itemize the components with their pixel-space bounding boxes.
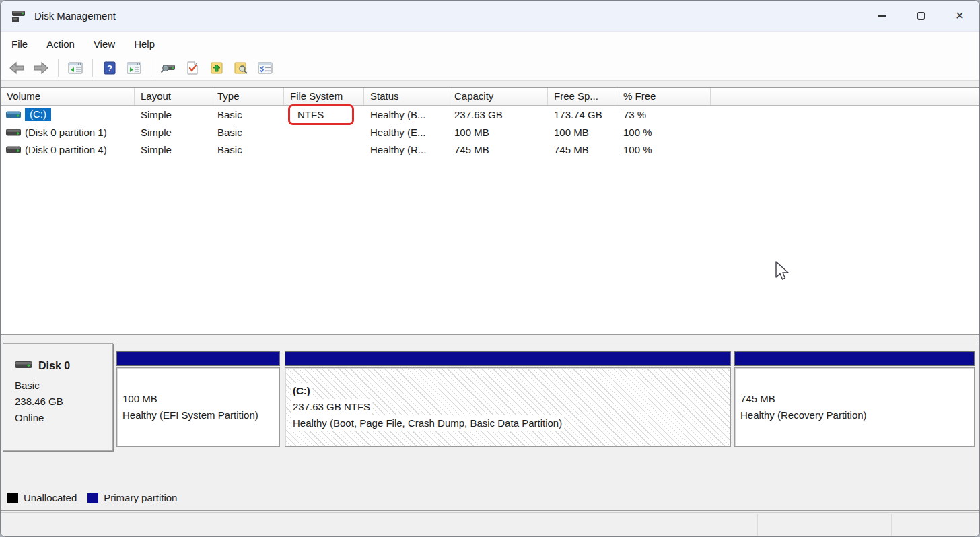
console-tree-icon bbox=[68, 62, 83, 74]
cell-layout: Simple bbox=[135, 127, 211, 138]
volume-name: (Disk 0 partition 1) bbox=[25, 127, 107, 138]
column-header-capacity[interactable]: Capacity bbox=[448, 88, 548, 105]
folder-up-icon bbox=[210, 61, 223, 75]
action-pane-icon bbox=[127, 62, 141, 74]
back-arrow-icon bbox=[9, 61, 25, 75]
legend-label: Unallocated bbox=[24, 492, 77, 503]
partition-label: (C:) bbox=[291, 383, 312, 399]
forward-button[interactable] bbox=[30, 58, 52, 78]
table-row-partition1[interactable]: (Disk 0 partition 1) Simple Basic Health… bbox=[1, 123, 979, 141]
volume-disk-icon bbox=[6, 145, 21, 154]
legend-primary-partition: Primary partition bbox=[88, 492, 177, 503]
table-row-c[interactable]: (C:) Simple Basic NTFS Healthy (B... 237… bbox=[1, 106, 979, 123]
table-row-partition4[interactable]: (Disk 0 partition 4) Simple Basic Health… bbox=[1, 141, 979, 158]
cell-file-system: NTFS bbox=[284, 104, 364, 125]
cell-pct-free: 73 % bbox=[617, 109, 711, 120]
volume-table-header: Volume Layout Type File System Status Ca… bbox=[1, 88, 979, 106]
disk-name: Disk 0 bbox=[38, 360, 70, 372]
rescan-disks-icon bbox=[160, 61, 176, 75]
disk-management-window: Disk Management ✕ File Action View Help bbox=[0, 0, 980, 537]
column-header-pct-free[interactable]: % Free bbox=[617, 88, 711, 105]
status-bar bbox=[1, 512, 979, 537]
partition-color-bar bbox=[285, 351, 731, 366]
cell-status: Healthy (E... bbox=[364, 127, 448, 138]
show-console-tree-button[interactable] bbox=[65, 58, 86, 78]
menu-file[interactable]: File bbox=[11, 38, 28, 50]
toolbar-separator bbox=[92, 59, 93, 77]
cell-pct-free: 100 % bbox=[617, 144, 711, 155]
menu-help[interactable]: Help bbox=[134, 38, 155, 50]
unallocated-swatch bbox=[7, 493, 18, 503]
window-controls: ✕ bbox=[862, 1, 979, 31]
partition-color-bar bbox=[116, 351, 280, 366]
volume-name: (Disk 0 partition 4) bbox=[25, 144, 107, 155]
legend-unallocated: Unallocated bbox=[7, 492, 77, 503]
statusbar-separator bbox=[891, 514, 892, 536]
column-header-filler bbox=[711, 88, 979, 105]
cell-capacity: 745 MB bbox=[448, 144, 548, 155]
column-header-volume[interactable]: Volume bbox=[1, 88, 135, 105]
menu-bar: File Action View Help bbox=[1, 32, 979, 56]
menu-action[interactable]: Action bbox=[46, 38, 75, 50]
cell-type: Basic bbox=[211, 127, 284, 138]
show-action-pane-button[interactable] bbox=[123, 58, 145, 78]
column-header-file-system[interactable]: File System bbox=[284, 88, 364, 105]
close-icon: ✕ bbox=[955, 11, 964, 22]
title-bar: Disk Management ✕ bbox=[1, 1, 979, 32]
partition-strip: 100 MB Healthy (EFI System Partition) (C… bbox=[116, 351, 975, 449]
menu-view[interactable]: View bbox=[94, 38, 115, 50]
checklist-icon bbox=[258, 62, 273, 74]
column-header-type[interactable]: Type bbox=[211, 88, 284, 105]
volume-disk-icon bbox=[6, 110, 21, 119]
minimize-icon bbox=[878, 15, 886, 17]
volume-disk-icon bbox=[6, 128, 21, 137]
statusbar-separator bbox=[757, 514, 758, 536]
window-title: Disk Management bbox=[34, 10, 116, 22]
maximize-icon bbox=[917, 12, 925, 20]
folder-up-button[interactable] bbox=[206, 58, 228, 78]
toolbar: ? bbox=[1, 56, 979, 81]
cell-capacity: 100 MB bbox=[448, 127, 548, 138]
help-icon: ? bbox=[104, 61, 116, 75]
cell-status: Healthy (R... bbox=[364, 144, 448, 155]
partition-c-drive[interactable]: (C:) 237.63 GB NTFS Healthy (Boot, Page … bbox=[285, 351, 731, 449]
cell-status: Healthy (B... bbox=[364, 109, 448, 120]
disk-icon bbox=[15, 360, 32, 372]
disk0-info-panel[interactable]: Disk 0 Basic 238.46 GB Online bbox=[3, 343, 113, 451]
cell-free-space: 173.74 GB bbox=[548, 109, 617, 120]
close-button[interactable]: ✕ bbox=[940, 1, 979, 31]
cell-type: Basic bbox=[211, 144, 284, 155]
folder-search-button[interactable] bbox=[230, 58, 252, 78]
check-document-icon bbox=[186, 61, 199, 75]
properties-list-button[interactable] bbox=[254, 58, 276, 78]
cell-free-space: 100 MB bbox=[548, 127, 617, 138]
cell-type: Basic bbox=[211, 109, 284, 120]
legend-label: Primary partition bbox=[104, 492, 177, 503]
toolbar-separator bbox=[151, 59, 151, 77]
column-header-status[interactable]: Status bbox=[364, 88, 448, 105]
minimize-button[interactable] bbox=[862, 1, 901, 31]
back-button[interactable] bbox=[6, 58, 28, 78]
disk-size: 238.46 GB bbox=[15, 394, 112, 410]
column-header-free-space[interactable]: Free Sp... bbox=[548, 88, 617, 105]
partition-status: Healthy (Recovery Partition) bbox=[740, 407, 974, 423]
disk-status: Online bbox=[15, 410, 112, 426]
rescan-disks-button[interactable] bbox=[158, 58, 179, 78]
column-header-layout[interactable]: Layout bbox=[135, 88, 211, 105]
maximize-button[interactable] bbox=[901, 1, 940, 31]
graphical-view-pane: Disk 0 Basic 238.46 GB Online 100 MB Hea… bbox=[1, 341, 979, 511]
partition-recovery[interactable]: 745 MB Healthy (Recovery Partition) bbox=[734, 351, 975, 449]
cell-free-space: 745 MB bbox=[548, 144, 617, 155]
disk-type: Basic bbox=[15, 378, 112, 394]
folder-search-icon bbox=[234, 61, 248, 75]
file-system-value: NTFS bbox=[298, 109, 324, 120]
check-disk-button[interactable] bbox=[182, 58, 203, 78]
legend: Unallocated Primary partition bbox=[7, 492, 177, 503]
forward-arrow-icon bbox=[33, 61, 49, 75]
partition-color-bar bbox=[734, 351, 975, 366]
ntfs-annotation-box: NTFS bbox=[288, 104, 354, 125]
help-button[interactable]: ? bbox=[99, 58, 120, 78]
cell-layout: Simple bbox=[135, 109, 211, 120]
svg-text:?: ? bbox=[107, 63, 112, 73]
partition-efi-system[interactable]: 100 MB Healthy (EFI System Partition) bbox=[116, 351, 280, 449]
